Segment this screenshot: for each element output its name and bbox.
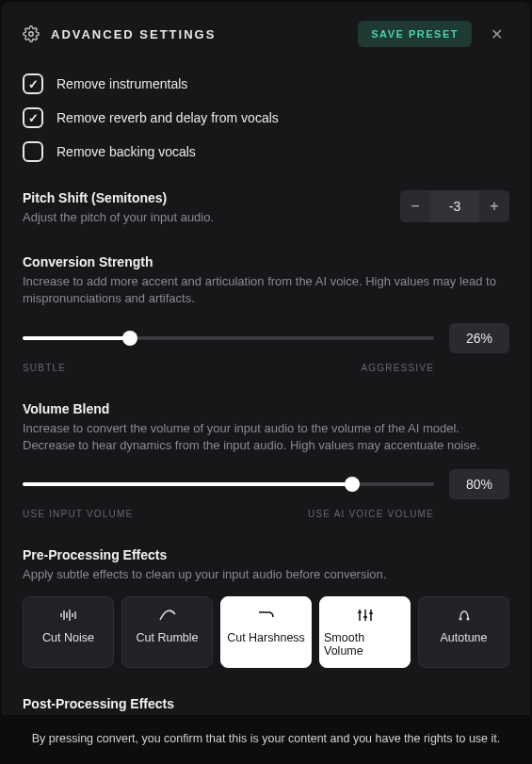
autotune-icon — [455, 607, 474, 624]
effect-cut-harshness[interactable]: Cut Harshness — [220, 596, 312, 668]
page-title: ADVANCED SETTINGS — [51, 27, 347, 41]
smooth-icon — [356, 607, 375, 624]
post-title: Post-Processing Effects — [23, 696, 509, 711]
effect-cut-noise[interactable]: Cut Noise — [23, 596, 114, 668]
checkbox-row[interactable]: Remove instrumentals — [23, 73, 509, 94]
strength-min-label: SUBTLE — [23, 363, 66, 373]
strength-value: 26% — [449, 323, 509, 353]
effect-label: Autotune — [440, 631, 487, 644]
effect-label: Cut Noise — [42, 631, 94, 644]
strength-title: Conversion Strength — [23, 254, 509, 269]
checkbox-row[interactable]: Remove reverb and delay from vocals — [23, 107, 509, 128]
pitch-value: -3 — [430, 190, 479, 222]
checkbox[interactable] — [23, 73, 43, 94]
harsh-icon — [257, 607, 276, 624]
blend-slider[interactable] — [23, 482, 434, 486]
checkbox-label: Remove reverb and delay from vocals — [56, 110, 279, 125]
blend-desc: Increase to convert the volume of your i… — [23, 420, 509, 454]
effect-cut-rumble[interactable]: Cut Rumble — [121, 596, 213, 668]
pitch-desc: Adjust the pitch of your input audio. — [23, 209, 381, 226]
rumble-icon — [158, 607, 177, 624]
checkbox[interactable] — [23, 107, 43, 128]
pitch-stepper[interactable]: − -3 + — [400, 190, 509, 222]
effect-label: Smooth Volume — [324, 631, 406, 658]
pre-desc: Apply subtle effects to clean up your in… — [23, 566, 509, 583]
effect-label: Cut Harshness — [227, 631, 305, 644]
pitch-decrement-button[interactable]: − — [400, 190, 430, 222]
blend-max-label: USE AI VOICE VOLUME — [308, 509, 434, 519]
save-preset-button[interactable]: SAVE PRESET — [358, 21, 472, 47]
checkbox-label: Remove backing vocals — [56, 144, 196, 159]
close-icon[interactable]: ✕ — [483, 21, 509, 47]
effect-autotune[interactable]: Autotune — [418, 596, 509, 668]
gear-icon — [23, 25, 40, 42]
blend-title: Volume Blend — [23, 401, 509, 416]
pitch-title: Pitch Shift (Semitones) — [23, 190, 381, 205]
checkbox-label: Remove instrumentals — [56, 76, 187, 91]
effect-smooth-volume[interactable]: Smooth Volume — [319, 596, 411, 668]
blend-min-label: USE INPUT VOLUME — [23, 509, 133, 519]
strength-slider[interactable] — [23, 336, 434, 340]
pitch-increment-button[interactable]: + — [479, 190, 509, 222]
checkbox-row[interactable]: Remove backing vocals — [23, 141, 509, 162]
strength-desc: Increase to add more accent and articula… — [23, 273, 509, 307]
strength-max-label: AGGRESSIVE — [361, 363, 434, 373]
pre-title: Pre-Processing Effects — [23, 547, 509, 562]
effect-label: Cut Rumble — [137, 631, 199, 644]
svg-point-0 — [29, 32, 34, 37]
blend-value: 80% — [449, 469, 509, 499]
checkbox[interactable] — [23, 141, 43, 162]
footer-disclaimer: By pressing convert, you confirm that th… — [0, 715, 532, 764]
noise-icon — [59, 607, 78, 624]
